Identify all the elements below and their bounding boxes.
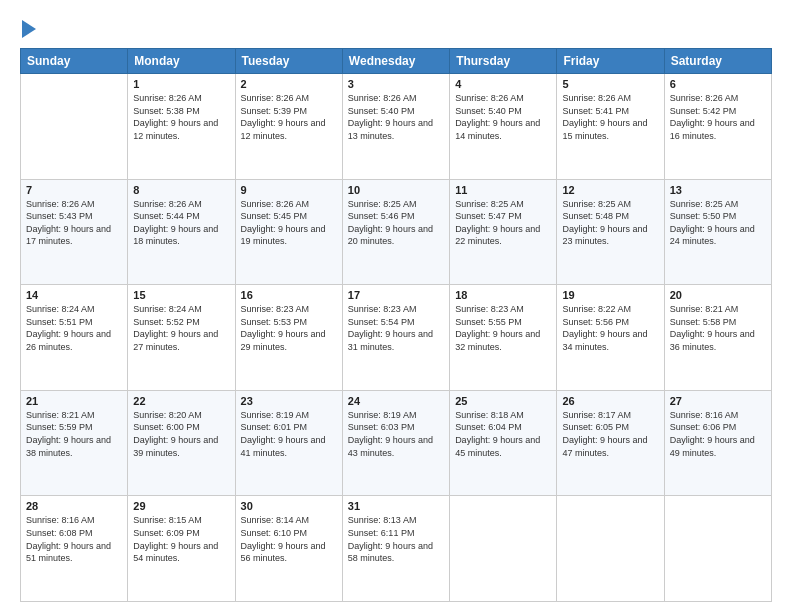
calendar-cell: 24Sunrise: 8:19 AM Sunset: 6:03 PM Dayli… [342, 390, 449, 496]
calendar-cell: 3Sunrise: 8:26 AM Sunset: 5:40 PM Daylig… [342, 74, 449, 180]
cell-day-number: 19 [562, 289, 658, 301]
cell-day-number: 24 [348, 395, 444, 407]
cell-info: Sunrise: 8:24 AM Sunset: 5:52 PM Dayligh… [133, 303, 229, 353]
calendar-cell: 18Sunrise: 8:23 AM Sunset: 5:55 PM Dayli… [450, 285, 557, 391]
calendar-cell [450, 496, 557, 602]
cell-day-number: 17 [348, 289, 444, 301]
cell-day-number: 16 [241, 289, 337, 301]
cell-day-number: 12 [562, 184, 658, 196]
cell-info: Sunrise: 8:26 AM Sunset: 5:39 PM Dayligh… [241, 92, 337, 142]
weekday-header-cell: Sunday [21, 49, 128, 74]
calendar-table: SundayMondayTuesdayWednesdayThursdayFrid… [20, 48, 772, 602]
weekday-header-cell: Monday [128, 49, 235, 74]
calendar-cell [664, 496, 771, 602]
cell-info: Sunrise: 8:20 AM Sunset: 6:00 PM Dayligh… [133, 409, 229, 459]
calendar-cell: 9Sunrise: 8:26 AM Sunset: 5:45 PM Daylig… [235, 179, 342, 285]
cell-day-number: 13 [670, 184, 766, 196]
calendar-cell: 15Sunrise: 8:24 AM Sunset: 5:52 PM Dayli… [128, 285, 235, 391]
cell-info: Sunrise: 8:25 AM Sunset: 5:47 PM Dayligh… [455, 198, 551, 248]
calendar-cell: 31Sunrise: 8:13 AM Sunset: 6:11 PM Dayli… [342, 496, 449, 602]
calendar-cell: 21Sunrise: 8:21 AM Sunset: 5:59 PM Dayli… [21, 390, 128, 496]
cell-day-number: 22 [133, 395, 229, 407]
calendar-cell [557, 496, 664, 602]
cell-info: Sunrise: 8:25 AM Sunset: 5:50 PM Dayligh… [670, 198, 766, 248]
cell-day-number: 25 [455, 395, 551, 407]
header [20, 18, 772, 38]
cell-info: Sunrise: 8:13 AM Sunset: 6:11 PM Dayligh… [348, 514, 444, 564]
cell-day-number: 9 [241, 184, 337, 196]
calendar-cell: 2Sunrise: 8:26 AM Sunset: 5:39 PM Daylig… [235, 74, 342, 180]
cell-day-number: 27 [670, 395, 766, 407]
calendar-cell: 30Sunrise: 8:14 AM Sunset: 6:10 PM Dayli… [235, 496, 342, 602]
cell-day-number: 15 [133, 289, 229, 301]
cell-info: Sunrise: 8:26 AM Sunset: 5:44 PM Dayligh… [133, 198, 229, 248]
logo [20, 18, 36, 38]
cell-info: Sunrise: 8:19 AM Sunset: 6:01 PM Dayligh… [241, 409, 337, 459]
cell-info: Sunrise: 8:25 AM Sunset: 5:46 PM Dayligh… [348, 198, 444, 248]
cell-info: Sunrise: 8:26 AM Sunset: 5:41 PM Dayligh… [562, 92, 658, 142]
cell-day-number: 3 [348, 78, 444, 90]
calendar-body: 1Sunrise: 8:26 AM Sunset: 5:38 PM Daylig… [21, 74, 772, 602]
cell-day-number: 6 [670, 78, 766, 90]
cell-day-number: 11 [455, 184, 551, 196]
calendar-cell: 26Sunrise: 8:17 AM Sunset: 6:05 PM Dayli… [557, 390, 664, 496]
calendar-cell: 23Sunrise: 8:19 AM Sunset: 6:01 PM Dayli… [235, 390, 342, 496]
cell-day-number: 2 [241, 78, 337, 90]
calendar-cell: 6Sunrise: 8:26 AM Sunset: 5:42 PM Daylig… [664, 74, 771, 180]
weekday-header-cell: Saturday [664, 49, 771, 74]
cell-day-number: 31 [348, 500, 444, 512]
calendar-cell: 19Sunrise: 8:22 AM Sunset: 5:56 PM Dayli… [557, 285, 664, 391]
cell-info: Sunrise: 8:22 AM Sunset: 5:56 PM Dayligh… [562, 303, 658, 353]
cell-info: Sunrise: 8:26 AM Sunset: 5:40 PM Dayligh… [455, 92, 551, 142]
cell-info: Sunrise: 8:23 AM Sunset: 5:53 PM Dayligh… [241, 303, 337, 353]
cell-info: Sunrise: 8:26 AM Sunset: 5:40 PM Dayligh… [348, 92, 444, 142]
cell-info: Sunrise: 8:26 AM Sunset: 5:45 PM Dayligh… [241, 198, 337, 248]
cell-day-number: 20 [670, 289, 766, 301]
calendar-cell [21, 74, 128, 180]
cell-day-number: 1 [133, 78, 229, 90]
calendar-cell: 22Sunrise: 8:20 AM Sunset: 6:00 PM Dayli… [128, 390, 235, 496]
calendar-cell: 16Sunrise: 8:23 AM Sunset: 5:53 PM Dayli… [235, 285, 342, 391]
cell-day-number: 4 [455, 78, 551, 90]
calendar-cell: 12Sunrise: 8:25 AM Sunset: 5:48 PM Dayli… [557, 179, 664, 285]
cell-info: Sunrise: 8:26 AM Sunset: 5:43 PM Dayligh… [26, 198, 122, 248]
cell-info: Sunrise: 8:14 AM Sunset: 6:10 PM Dayligh… [241, 514, 337, 564]
calendar-cell: 27Sunrise: 8:16 AM Sunset: 6:06 PM Dayli… [664, 390, 771, 496]
cell-info: Sunrise: 8:23 AM Sunset: 5:54 PM Dayligh… [348, 303, 444, 353]
cell-day-number: 5 [562, 78, 658, 90]
cell-day-number: 30 [241, 500, 337, 512]
calendar-cell: 28Sunrise: 8:16 AM Sunset: 6:08 PM Dayli… [21, 496, 128, 602]
cell-day-number: 14 [26, 289, 122, 301]
calendar-cell: 20Sunrise: 8:21 AM Sunset: 5:58 PM Dayli… [664, 285, 771, 391]
weekday-header-cell: Wednesday [342, 49, 449, 74]
cell-day-number: 21 [26, 395, 122, 407]
cell-day-number: 28 [26, 500, 122, 512]
calendar-cell: 5Sunrise: 8:26 AM Sunset: 5:41 PM Daylig… [557, 74, 664, 180]
weekday-header: SundayMondayTuesdayWednesdayThursdayFrid… [21, 49, 772, 74]
cell-info: Sunrise: 8:23 AM Sunset: 5:55 PM Dayligh… [455, 303, 551, 353]
calendar-row: 21Sunrise: 8:21 AM Sunset: 5:59 PM Dayli… [21, 390, 772, 496]
calendar-cell: 29Sunrise: 8:15 AM Sunset: 6:09 PM Dayli… [128, 496, 235, 602]
weekday-header-cell: Thursday [450, 49, 557, 74]
logo-arrow-icon [22, 20, 36, 38]
cell-info: Sunrise: 8:18 AM Sunset: 6:04 PM Dayligh… [455, 409, 551, 459]
cell-info: Sunrise: 8:16 AM Sunset: 6:06 PM Dayligh… [670, 409, 766, 459]
cell-info: Sunrise: 8:26 AM Sunset: 5:38 PM Dayligh… [133, 92, 229, 142]
cell-day-number: 18 [455, 289, 551, 301]
calendar-cell: 25Sunrise: 8:18 AM Sunset: 6:04 PM Dayli… [450, 390, 557, 496]
weekday-header-cell: Tuesday [235, 49, 342, 74]
calendar-cell: 7Sunrise: 8:26 AM Sunset: 5:43 PM Daylig… [21, 179, 128, 285]
cell-day-number: 7 [26, 184, 122, 196]
cell-info: Sunrise: 8:25 AM Sunset: 5:48 PM Dayligh… [562, 198, 658, 248]
page: SundayMondayTuesdayWednesdayThursdayFrid… [0, 0, 792, 612]
cell-info: Sunrise: 8:26 AM Sunset: 5:42 PM Dayligh… [670, 92, 766, 142]
cell-day-number: 26 [562, 395, 658, 407]
calendar-cell: 14Sunrise: 8:24 AM Sunset: 5:51 PM Dayli… [21, 285, 128, 391]
calendar-row: 7Sunrise: 8:26 AM Sunset: 5:43 PM Daylig… [21, 179, 772, 285]
calendar-cell: 11Sunrise: 8:25 AM Sunset: 5:47 PM Dayli… [450, 179, 557, 285]
calendar-row: 28Sunrise: 8:16 AM Sunset: 6:08 PM Dayli… [21, 496, 772, 602]
cell-info: Sunrise: 8:16 AM Sunset: 6:08 PM Dayligh… [26, 514, 122, 564]
cell-info: Sunrise: 8:19 AM Sunset: 6:03 PM Dayligh… [348, 409, 444, 459]
calendar-cell: 8Sunrise: 8:26 AM Sunset: 5:44 PM Daylig… [128, 179, 235, 285]
calendar-cell: 1Sunrise: 8:26 AM Sunset: 5:38 PM Daylig… [128, 74, 235, 180]
